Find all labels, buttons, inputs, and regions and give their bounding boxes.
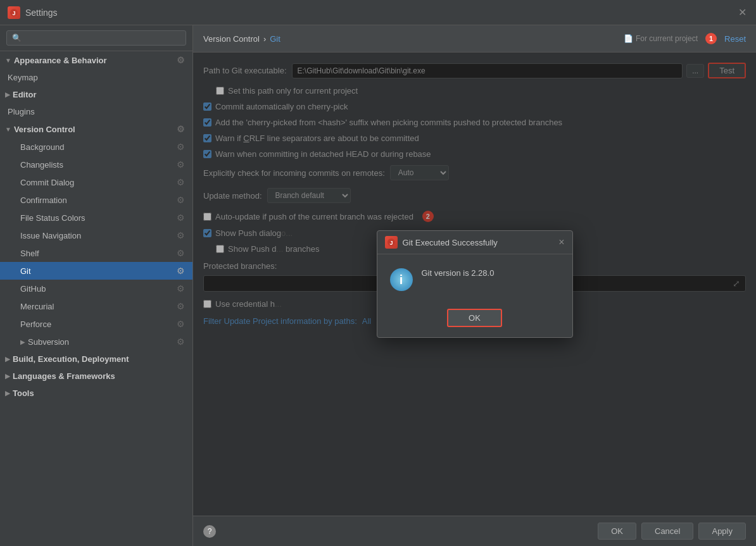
sidebar-item-appearance[interactable]: ▼ Appearance & Behavior ⚙ [0,51,192,69]
sidebar-item-label: Keymap [8,73,38,82]
sidebar-item-label: Tools [13,388,34,398]
config-icon: ⚙ [177,337,185,347]
sidebar-search-container [0,25,192,51]
modal-close-button[interactable]: × [558,237,564,247]
sidebar-item-tools[interactable]: ▶ Tools [0,385,192,402]
modal-footer: OK [377,304,572,337]
main-panel: Version Control › Git 📄 For current proj… [193,25,756,546]
expand-icon: ▶ [5,356,10,363]
sidebar-item-issue-navigation[interactable]: Issue Navigation ⚙ [0,226,192,244]
expand-icon: ▼ [5,126,11,133]
breadcrumb-parent: Version Control [203,34,260,44]
help-button[interactable]: ? [203,525,216,538]
search-input[interactable] [6,30,186,46]
close-button[interactable]: ✕ [736,6,748,19]
sidebar-item-label: GitHub [20,284,46,294]
modal-ok-button[interactable]: OK [447,309,502,327]
sidebar-item-label: Confirmation [20,195,67,205]
info-icon: i [390,268,413,291]
expand-icon: ▼ [5,57,11,64]
modal-title: Git Executed Successfully [403,238,554,247]
breadcrumb: Version Control › Git [203,34,280,44]
config-icon: ⚙ [177,248,185,258]
cancel-button[interactable]: Cancel [641,523,693,540]
sidebar-item-label: Plugins [8,107,35,116]
svg-text:J: J [12,10,15,16]
config-icon: ⚙ [177,195,185,205]
sidebar-item-plugins[interactable]: Plugins [0,103,192,120]
sidebar-item-build[interactable]: ▶ Build, Execution, Deployment [0,351,192,368]
sidebar-item-subversion[interactable]: ▶ Subversion ⚙ [0,333,192,351]
main-content: ▼ Appearance & Behavior ⚙ Keymap ▶ Edito… [0,25,756,546]
config-icon: ⚙ [177,301,185,311]
modal-app-icon: J [385,236,398,249]
header-right: 📄 For current project 1 Reset [624,33,746,44]
expand-icon: ▶ [5,390,10,397]
sidebar-item-label: Changelists [20,160,63,170]
reset-button[interactable]: Reset [724,34,746,44]
page-icon: 📄 [624,34,633,43]
sidebar-item-git[interactable]: Git ⚙ [0,262,192,280]
settings-window: J Settings ✕ ▼ Appearance & Behavior ⚙ K… [0,0,756,546]
sidebar-item-label: Background [20,142,64,152]
sidebar-item-version-control[interactable]: ▼ Version Control ⚙ [0,120,192,138]
app-icon: J [8,6,20,19]
sidebar-item-file-status-colors[interactable]: File Status Colors ⚙ [0,209,192,226]
config-icon: ⚙ [177,142,185,152]
title-bar: J Settings ✕ [0,0,756,25]
sidebar-item-keymap[interactable]: Keymap [0,69,192,86]
content-body: Path to Git executable: ... Test Set thi… [193,53,756,516]
sidebar-item-label: File Status Colors [20,213,85,223]
sidebar-item-shelf[interactable]: Shelf ⚙ [0,244,192,262]
breadcrumb-separator: › [263,34,266,44]
sidebar-item-label: Git [20,266,31,276]
sidebar-item-languages[interactable]: ▶ Languages & Frameworks [0,368,192,385]
sidebar-item-label: Shelf [20,249,39,258]
sidebar-item-label: Appearance & Behavior [14,56,107,65]
modal-message: Git version is 2.28.0 [422,267,495,280]
sidebar-item-background[interactable]: Background ⚙ [0,138,192,156]
title-bar-text: Settings [25,8,736,18]
sidebar-item-mercurial[interactable]: Mercurial ⚙ [0,297,192,315]
config-icon: ⚙ [177,124,185,134]
config-icon: ⚙ [177,319,185,329]
expand-icon: ▶ [20,338,25,345]
modal-header: J Git Executed Successfully × [377,231,572,254]
config-icon: ⚙ [177,55,185,65]
sidebar-item-label: Languages & Frameworks [13,371,115,381]
sidebar-items-list: ▼ Appearance & Behavior ⚙ Keymap ▶ Edito… [0,51,192,546]
sidebar-item-label: Version Control [14,125,75,134]
sidebar-item-label: Subversion [28,337,69,347]
ok-button[interactable]: OK [598,523,636,540]
bottom-bar: ? OK Cancel Apply [193,516,756,546]
sidebar-item-label: Build, Execution, Deployment [13,354,129,364]
sidebar-item-label: Editor [13,90,37,99]
for-project-label: 📄 For current project [624,34,698,43]
breadcrumb-current: Git [270,34,280,44]
config-icon: ⚙ [177,266,185,276]
config-icon: ⚙ [177,159,185,170]
sidebar-item-perforce[interactable]: Perforce ⚙ [0,315,192,333]
sidebar-item-commit-dialog[interactable]: Commit Dialog ⚙ [0,173,192,191]
sidebar-item-label: Mercurial [20,302,54,311]
apply-button[interactable]: Apply [698,523,746,540]
config-icon: ⚙ [177,213,185,223]
config-icon: ⚙ [177,177,185,187]
sidebar-item-label: Commit Dialog [20,178,74,187]
sidebar-item-changelists[interactable]: Changelists ⚙ [0,156,192,173]
modal-body: i Git version is 2.28.0 [377,254,572,304]
badge-1: 1 [705,33,717,44]
expand-icon: ▶ [5,373,10,380]
sidebar-item-label: Perforce [20,320,51,329]
config-icon: ⚙ [177,230,185,240]
svg-text:J: J [389,240,393,246]
sidebar-item-github[interactable]: GitHub ⚙ [0,280,192,297]
modal-overlay: J Git Executed Successfully × i Git vers… [193,53,756,516]
sidebar-item-editor[interactable]: ▶ Editor [0,86,192,103]
sidebar-item-confirmation[interactable]: Confirmation ⚙ [0,191,192,209]
content-header: Version Control › Git 📄 For current proj… [193,25,756,53]
expand-icon: ▶ [5,91,10,98]
config-icon: ⚙ [177,283,185,294]
sidebar: ▼ Appearance & Behavior ⚙ Keymap ▶ Edito… [0,25,193,546]
git-executed-dialog: J Git Executed Successfully × i Git vers… [377,230,573,338]
